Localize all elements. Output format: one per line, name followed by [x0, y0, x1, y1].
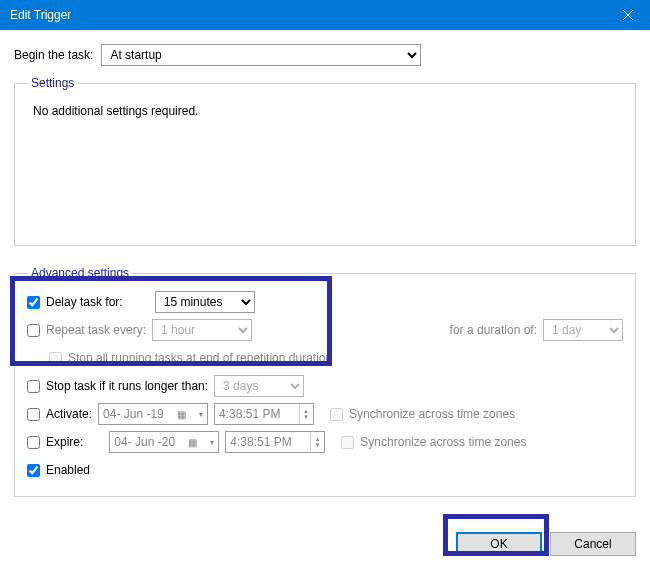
- expire-sync-checkbox: [341, 436, 354, 449]
- stop-end-checkbox: [49, 352, 62, 365]
- enabled-checkbox[interactable]: [27, 464, 40, 477]
- calendar-icon: ▦: [188, 437, 197, 448]
- activate-date-value: 04- Jun -19: [103, 407, 164, 421]
- enabled-row: Enabled: [27, 456, 623, 484]
- begin-task-select[interactable]: At startup: [101, 44, 421, 66]
- expire-date-value: 04- Jun -20: [114, 435, 175, 449]
- enabled-checkbox-label[interactable]: Enabled: [27, 463, 90, 477]
- stop-if-select: 3 days: [214, 375, 304, 397]
- repeat-duration-label: for a duration of:: [450, 323, 537, 337]
- advanced-legend: Advanced settings: [27, 266, 133, 280]
- expire-checkbox-label[interactable]: Expire:: [27, 435, 83, 449]
- settings-group: Settings No additional settings required…: [14, 76, 636, 246]
- enabled-label: Enabled: [46, 463, 90, 477]
- chevron-down-icon: ▾: [210, 438, 214, 447]
- expire-sync-text: Synchronize across time zones: [360, 435, 526, 449]
- activate-row: Activate: 04- Jun -19 ▦ ▾ 4:38:51 PM ▲▼ …: [27, 400, 623, 428]
- stop-end-row: Stop all running tasks at end of repetit…: [49, 344, 623, 372]
- repeat-checkbox[interactable]: [27, 324, 40, 337]
- activate-sync-label: Synchronize across time zones: [330, 407, 515, 421]
- close-button[interactable]: [605, 0, 650, 30]
- window-title: Edit Trigger: [10, 8, 605, 22]
- repeat-duration-select: 1 day: [543, 319, 623, 341]
- chevron-down-icon: ▾: [199, 410, 203, 419]
- activate-checkbox[interactable]: [27, 408, 40, 421]
- ok-button[interactable]: OK: [456, 532, 542, 556]
- dialog-content: Begin the task: At startup Settings No a…: [0, 30, 650, 507]
- activate-time-value: 4:38:51 PM: [219, 407, 280, 421]
- stop-if-checkbox-label[interactable]: Stop task if it runs longer than:: [27, 379, 208, 393]
- stop-if-row: Stop task if it runs longer than: 3 days: [27, 372, 623, 400]
- expire-sync-label: Synchronize across time zones: [341, 435, 526, 449]
- delay-select[interactable]: 15 minutes: [155, 291, 255, 313]
- activate-checkbox-label[interactable]: Activate:: [27, 407, 92, 421]
- time-spinner: ▲▼: [310, 433, 320, 451]
- expire-time-value: 4:38:51 PM: [230, 435, 291, 449]
- stop-end-label: Stop all running tasks at end of repetit…: [68, 351, 332, 365]
- delay-checkbox[interactable]: [27, 296, 40, 309]
- time-spinner: ▲▼: [299, 405, 309, 423]
- repeat-select: 1 hour: [152, 319, 252, 341]
- delay-label: Delay task for:: [46, 295, 123, 309]
- begin-task-row: Begin the task: At startup: [14, 44, 636, 66]
- activate-label: Activate:: [46, 407, 92, 421]
- delay-row: Delay task for: 15 minutes: [27, 288, 623, 316]
- begin-task-label: Begin the task:: [14, 48, 93, 62]
- expire-label: Expire:: [46, 435, 83, 449]
- cancel-button[interactable]: Cancel: [550, 532, 636, 556]
- calendar-icon: ▦: [177, 409, 186, 420]
- repeat-checkbox-label[interactable]: Repeat task every:: [27, 323, 146, 337]
- close-icon: [623, 10, 633, 20]
- dialog-footer: OK Cancel: [456, 532, 636, 556]
- stop-if-label: Stop task if it runs longer than:: [46, 379, 208, 393]
- expire-time-field: 4:38:51 PM ▲▼: [225, 431, 325, 453]
- expire-row: Expire: 04- Jun -20 ▦ ▾ 4:38:51 PM ▲▼ Sy…: [27, 428, 623, 456]
- repeat-row: Repeat task every: 1 hour for a duration…: [27, 316, 623, 344]
- activate-sync-text: Synchronize across time zones: [349, 407, 515, 421]
- settings-legend: Settings: [27, 76, 78, 90]
- activate-time-field: 4:38:51 PM ▲▼: [214, 403, 314, 425]
- advanced-settings-group: Advanced settings Delay task for: 15 min…: [14, 266, 636, 497]
- delay-checkbox-label[interactable]: Delay task for:: [27, 295, 123, 309]
- activate-date-field: 04- Jun -19 ▦ ▾: [98, 403, 208, 425]
- expire-checkbox[interactable]: [27, 436, 40, 449]
- expire-date-field: 04- Jun -20 ▦ ▾: [109, 431, 219, 453]
- titlebar: Edit Trigger: [0, 0, 650, 30]
- repeat-label: Repeat task every:: [46, 323, 146, 337]
- stop-end-checkbox-label: Stop all running tasks at end of repetit…: [49, 351, 332, 365]
- activate-sync-checkbox: [330, 408, 343, 421]
- settings-message: No additional settings required.: [33, 104, 623, 118]
- stop-if-checkbox[interactable]: [27, 380, 40, 393]
